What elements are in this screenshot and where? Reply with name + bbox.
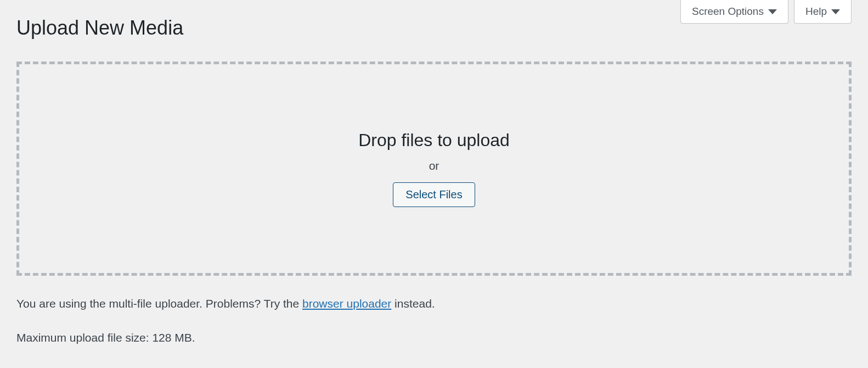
- info-suffix: instead.: [391, 297, 435, 310]
- uploader-info-text: You are using the multi-file uploader. P…: [0, 295, 868, 313]
- screen-options-toggle[interactable]: Screen Options: [680, 0, 788, 24]
- select-files-button[interactable]: Select Files: [393, 182, 475, 207]
- info-prefix: You are using the multi-file uploader. P…: [16, 297, 302, 310]
- browser-uploader-link[interactable]: browser uploader: [302, 297, 391, 310]
- dropzone-or-label: or: [429, 159, 439, 172]
- help-label: Help: [805, 5, 827, 18]
- max-upload-size-text: Maximum upload file size: 128 MB.: [0, 329, 868, 347]
- caret-down-icon: [768, 9, 777, 14]
- screen-options-label: Screen Options: [692, 5, 764, 18]
- help-toggle[interactable]: Help: [794, 0, 852, 24]
- caret-down-icon: [831, 9, 840, 14]
- top-admin-tabs: Screen Options Help: [680, 0, 852, 24]
- dropzone-heading: Drop files to upload: [358, 130, 510, 150]
- upload-dropzone[interactable]: Drop files to upload or Select Files: [16, 62, 852, 276]
